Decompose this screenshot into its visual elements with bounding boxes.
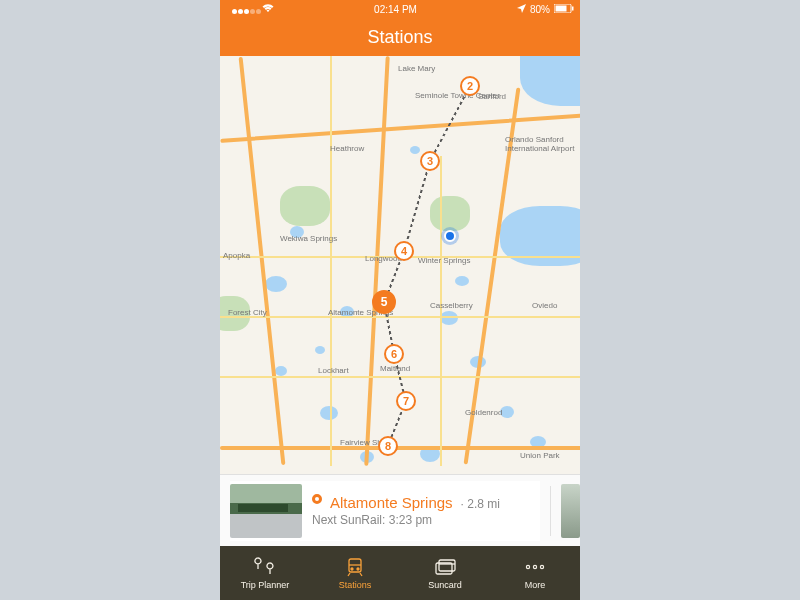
map-label: Union Park [520, 451, 560, 460]
station-next-train: Next SunRail: 3:23 pm [312, 513, 540, 527]
station-pin-7[interactable]: 7 [396, 391, 416, 411]
station-card[interactable]: Altamonte Springs · 2.8 mi Next SunRail:… [230, 481, 540, 541]
trip-planner-icon [252, 556, 278, 578]
map-pin-icon [312, 494, 322, 508]
station-pin-8[interactable]: 8 [378, 436, 398, 456]
page-title: Stations [367, 27, 432, 48]
svg-rect-1 [555, 5, 566, 11]
svg-rect-2 [572, 6, 574, 10]
wifi-icon [262, 4, 274, 15]
station-thumbnail [230, 484, 302, 538]
location-arrow-icon [517, 4, 526, 15]
svg-point-6 [351, 568, 353, 570]
user-location-dot [444, 230, 456, 242]
svg-point-13 [540, 565, 543, 568]
battery-pct: 80% [530, 4, 550, 15]
tab-more[interactable]: More [490, 546, 580, 600]
map-label: Apopka [223, 251, 250, 260]
map-label: Lockhart [318, 366, 349, 375]
stations-icon [344, 556, 366, 578]
signal-dots-icon [226, 6, 258, 12]
map-label: Wekiwa Springs [280, 234, 337, 243]
map-label: Seminole Towne Center [415, 91, 500, 100]
tab-label: Stations [339, 580, 372, 590]
tab-bar: Trip Planner Stations Suncard More [220, 546, 580, 600]
station-pin-2[interactable]: 2 [460, 76, 480, 96]
map-label: Heathrow [330, 144, 364, 153]
tab-label: Trip Planner [241, 580, 290, 590]
station-distance: · 2.8 mi [461, 497, 500, 511]
tab-label: More [525, 580, 546, 590]
station-name: Altamonte Springs [330, 494, 453, 511]
map-label: Maitland [380, 364, 410, 373]
status-bar: 02:14 PM 80% [220, 0, 580, 18]
status-right: 80% [517, 4, 574, 15]
tab-suncard[interactable]: Suncard [400, 546, 490, 600]
map[interactable]: Sanford Heathrow Lake Mary Winter Spring… [220, 56, 580, 474]
map-label: Forest City [228, 308, 267, 317]
station-pin-4[interactable]: 4 [394, 241, 414, 261]
station-pin-3[interactable]: 3 [420, 151, 440, 171]
header: Stations [220, 18, 580, 56]
map-label: Lake Mary [398, 64, 435, 73]
suncard-icon [433, 556, 457, 578]
map-label: Oviedo [532, 301, 557, 310]
next-station-peek[interactable] [561, 484, 580, 538]
battery-icon [554, 4, 574, 15]
card-divider [550, 486, 551, 536]
station-pin-6[interactable]: 6 [384, 344, 404, 364]
tab-trip-planner[interactable]: Trip Planner [220, 546, 310, 600]
status-time: 02:14 PM [374, 4, 417, 15]
svg-point-11 [526, 565, 529, 568]
status-left [226, 4, 274, 15]
map-label: Casselberry [430, 301, 473, 310]
svg-point-12 [533, 565, 536, 568]
tab-stations[interactable]: Stations [310, 546, 400, 600]
station-card-strip[interactable]: Altamonte Springs · 2.8 mi Next SunRail:… [220, 474, 580, 546]
tab-label: Suncard [428, 580, 462, 590]
more-icon [524, 556, 546, 578]
map-label: Goldenrod [465, 408, 502, 417]
station-info: Altamonte Springs · 2.8 mi Next SunRail:… [312, 494, 540, 527]
svg-point-7 [357, 568, 359, 570]
app-screen: 02:14 PM 80% Stations [220, 0, 580, 600]
svg-point-3 [315, 497, 319, 501]
map-label: Orlando Sanford International Airport [505, 136, 575, 154]
station-pin-5[interactable]: 5 [372, 290, 396, 314]
map-label: Winter Springs [418, 256, 470, 265]
